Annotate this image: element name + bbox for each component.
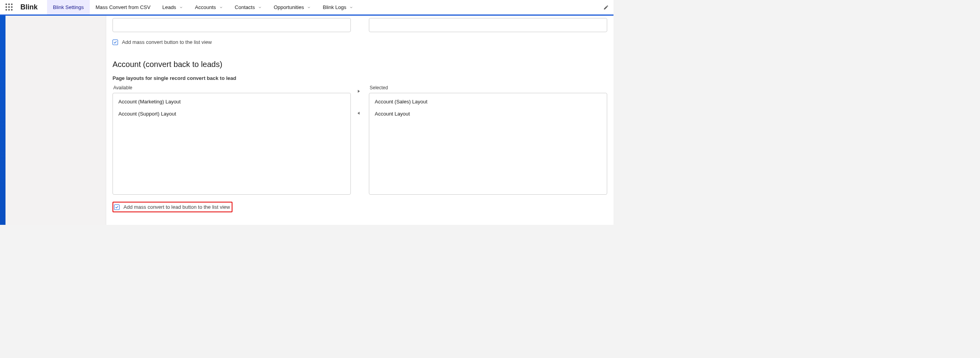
- chevron-down-icon[interactable]: [349, 5, 353, 9]
- nav-tab-label: Mass Convert from CSV: [96, 4, 151, 10]
- top-selected-listbox[interactable]: [369, 18, 607, 32]
- nav-tab-blink-logs[interactable]: Blink Logs: [317, 0, 359, 14]
- app-launcher-icon: [5, 4, 13, 11]
- top-checkbox-row[interactable]: Add mass convert button to the list view: [113, 39, 607, 45]
- app-launcher[interactable]: [0, 0, 19, 14]
- move-right-icon[interactable]: [356, 88, 362, 94]
- selected-label: Selected: [369, 83, 607, 93]
- account-section: Account (convert back to leads) Page lay…: [113, 48, 607, 212]
- app-name: Blink: [19, 0, 47, 14]
- chevron-down-icon[interactable]: [219, 5, 223, 9]
- top-available-listbox[interactable]: [113, 18, 351, 32]
- nav-tab-blink-settings[interactable]: Blink Settings: [47, 0, 90, 14]
- nav-tab-label: Contacts: [235, 4, 255, 10]
- chevron-down-icon[interactable]: [179, 5, 183, 9]
- list-item[interactable]: Account (Marketing) Layout: [113, 96, 350, 108]
- chevron-down-icon[interactable]: [258, 5, 262, 9]
- move-left-icon[interactable]: [356, 110, 362, 116]
- available-label: Available: [113, 83, 351, 93]
- top-partial-section: Add mass convert button to the list view: [113, 16, 607, 45]
- account-heading: Account (convert back to leads): [113, 60, 607, 69]
- nav-tab-label: Blink Logs: [323, 4, 346, 10]
- edit-pencil-icon[interactable]: [603, 5, 609, 10]
- list-item[interactable]: Account (Support) Layout: [113, 108, 350, 120]
- nav-tab-label: Opportunities: [274, 4, 304, 10]
- top-checkbox-label: Add mass convert button to the list view: [122, 39, 212, 45]
- list-item[interactable]: Account Layout: [369, 108, 607, 120]
- nav-tab-leads[interactable]: Leads: [156, 0, 189, 14]
- account-checkbox-label: Add mass convert to lead button to the l…: [123, 204, 230, 210]
- nav-tab-opportunities[interactable]: Opportunities: [268, 0, 317, 14]
- highlighted-checkbox-region: Add mass convert to lead button to the l…: [113, 202, 232, 212]
- nav-tabs: Blink SettingsMass Convert from CSVLeads…: [47, 0, 359, 14]
- chevron-down-icon[interactable]: [307, 5, 311, 9]
- checkbox-icon: [113, 40, 118, 45]
- list-item[interactable]: Account (Sales) Layout: [369, 96, 607, 108]
- global-nav: Blink Blink SettingsMass Convert from CS…: [0, 0, 613, 16]
- main-content: Add mass convert button to the list view…: [106, 16, 613, 225]
- account-checkbox-row[interactable]: Add mass convert to lead button to the l…: [114, 204, 230, 210]
- nav-tab-contacts[interactable]: Contacts: [229, 0, 268, 14]
- nav-tab-label: Accounts: [195, 4, 216, 10]
- selected-listbox[interactable]: Account (Sales) LayoutAccount Layout: [369, 93, 607, 195]
- available-listbox[interactable]: Account (Marketing) LayoutAccount (Suppo…: [113, 93, 351, 195]
- account-dual-listbox: Available Account (Marketing) LayoutAcco…: [113, 83, 607, 195]
- account-subheading: Page layouts for single record convert b…: [113, 75, 607, 81]
- settings-sidebar: [5, 16, 106, 225]
- nav-tab-label: Leads: [162, 4, 176, 10]
- nav-tab-accounts[interactable]: Accounts: [189, 0, 229, 14]
- left-frame-strip: [0, 16, 5, 225]
- nav-tab-mass-convert-from-csv[interactable]: Mass Convert from CSV: [90, 0, 156, 14]
- nav-tab-label: Blink Settings: [53, 4, 84, 10]
- checkbox-icon: [114, 204, 120, 210]
